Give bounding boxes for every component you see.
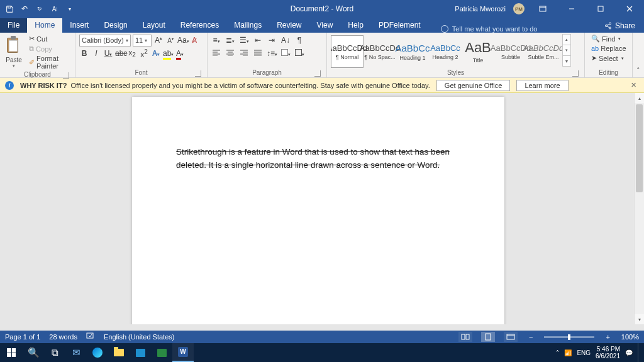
clock[interactable]: 5:46 PM 6/6/2021 — [596, 346, 620, 359]
file-explorer-icon[interactable] — [108, 343, 130, 362]
find-button[interactable]: 🔍Find▾ — [589, 34, 629, 43]
collapse-ribbon-icon[interactable]: ˄ — [633, 33, 644, 77]
read-mode-icon[interactable] — [458, 332, 472, 342]
touch-mode-icon[interactable]: A) — [50, 4, 59, 13]
zoom-out-button[interactable]: − — [526, 333, 535, 341]
clear-formatting-icon[interactable]: A̷ — [189, 36, 199, 45]
format-painter-button[interactable]: ✐Format Painter — [26, 54, 71, 70]
paste-button[interactable]: Paste ▾ — [4, 34, 24, 69]
mail-app-icon[interactable]: ✉ — [65, 343, 87, 362]
spellcheck-icon[interactable] — [86, 332, 95, 341]
cut-button[interactable]: ✂Cut — [26, 34, 71, 43]
align-right-icon[interactable] — [239, 49, 249, 58]
align-center-icon[interactable] — [225, 49, 235, 58]
word-app-icon[interactable]: W — [172, 343, 194, 362]
shrink-font-icon[interactable]: A▾ — [165, 36, 175, 44]
tab-pdfelement[interactable]: PDFelement — [371, 18, 428, 33]
underline-button[interactable]: U▾ — [103, 49, 113, 58]
taskbar-search-icon[interactable]: 🔍 — [23, 343, 44, 362]
tab-help[interactable]: Help — [340, 18, 371, 33]
strikethrough-button[interactable]: abc — [115, 49, 125, 58]
change-case-icon[interactable]: Aa▾ — [177, 36, 187, 45]
scroll-down-icon[interactable]: ▾ — [635, 314, 644, 324]
grow-font-icon[interactable]: A▴ — [153, 36, 164, 45]
highlight-icon[interactable]: ab▾ — [163, 49, 173, 58]
print-layout-icon[interactable] — [481, 332, 495, 342]
font-name-select[interactable]: Calibri (Body)▾ — [79, 35, 131, 47]
tell-me-search[interactable]: Tell me what you want to do — [441, 25, 538, 33]
style---normal[interactable]: AaBbCcDd¶ Normal — [331, 35, 364, 68]
redo-icon[interactable]: ↻ — [35, 4, 44, 13]
style-heading-2[interactable]: AaBbCcHeading 2 — [429, 35, 462, 68]
style-subtitle[interactable]: AaBbCcDdSubtitle — [494, 35, 527, 68]
font-size-select[interactable]: 11▾ — [133, 35, 152, 47]
styles-launcher-icon[interactable] — [572, 70, 579, 77]
learn-more-button[interactable]: Learn more — [516, 80, 568, 91]
save-icon[interactable] — [5, 4, 14, 13]
document-text[interactable]: Strikethrough is a feature in Word that … — [176, 146, 460, 172]
tab-insert[interactable]: Insert — [62, 18, 96, 33]
font-color-icon[interactable]: A▾ — [175, 49, 185, 58]
italic-button[interactable]: I — [91, 49, 101, 58]
task-view-icon[interactable]: ⧉ — [44, 343, 65, 362]
avatar[interactable]: PM — [513, 3, 525, 14]
notifications-icon[interactable]: 💬 — [625, 349, 633, 356]
tray-expand-icon[interactable]: ˄ — [556, 349, 559, 356]
qat-customize-icon[interactable]: ▾ — [65, 4, 74, 13]
align-left-icon[interactable] — [211, 49, 221, 58]
language-indicator[interactable]: English (United States) — [104, 333, 175, 341]
text-effects-icon[interactable]: A▾ — [151, 49, 161, 58]
web-layout-icon[interactable] — [504, 332, 518, 342]
sort-icon[interactable]: A↓ — [280, 36, 291, 45]
zoom-slider[interactable] — [544, 336, 594, 338]
edge-icon[interactable] — [87, 343, 108, 362]
zoom-in-button[interactable]: + — [603, 333, 612, 341]
style-title[interactable]: AaBTitle — [462, 35, 494, 68]
superscript-button[interactable]: x2 — [139, 48, 149, 59]
user-name[interactable]: Patricia Mworozi — [455, 5, 506, 13]
scroll-up-icon[interactable]: ▴ — [635, 93, 644, 103]
tab-file[interactable]: File — [0, 18, 27, 33]
dismiss-warning-icon[interactable]: ✕ — [628, 81, 639, 89]
style-heading-1[interactable]: AaBbCcHeading 1 — [396, 35, 429, 68]
page[interactable]: Strikethrough is a feature in Word that … — [132, 97, 504, 324]
tab-view[interactable]: View — [309, 18, 341, 33]
tab-references[interactable]: References — [173, 18, 226, 33]
get-genuine-button[interactable]: Get genuine Office — [436, 80, 511, 91]
numbering-icon[interactable]: ≣▾ — [225, 36, 235, 45]
tab-mailings[interactable]: Mailings — [226, 18, 269, 33]
ribbon-display-options-icon[interactable] — [532, 0, 553, 18]
tab-review[interactable]: Review — [269, 18, 309, 33]
justify-icon[interactable] — [253, 49, 263, 58]
tray-language[interactable]: ENG — [577, 349, 591, 356]
vertical-scrollbar[interactable]: ▴ ▾ — [634, 93, 644, 324]
app-icon-1[interactable] — [151, 343, 172, 362]
zoom-level[interactable]: 100% — [621, 333, 639, 341]
tab-home[interactable]: Home — [27, 18, 62, 33]
multilevel-list-icon[interactable]: ☰▾ — [239, 36, 249, 45]
page-indicator[interactable]: Page 1 of 1 — [5, 333, 40, 341]
minimize-button[interactable] — [561, 0, 582, 18]
start-button[interactable] — [0, 343, 23, 362]
show-marks-icon[interactable]: ¶ — [294, 36, 304, 45]
paragraph-launcher-icon[interactable] — [314, 70, 321, 77]
select-button[interactable]: ➤Select▾ — [589, 53, 629, 63]
borders-icon[interactable]: ▾ — [294, 49, 304, 58]
replace-button[interactable]: abReplace — [589, 44, 629, 53]
copy-button[interactable]: ⧉Copy — [26, 44, 71, 53]
style-subtle-em---[interactable]: AaBbCcDdSubtle Em... — [527, 35, 560, 68]
tab-design[interactable]: Design — [96, 18, 135, 33]
clipboard-launcher-icon[interactable] — [63, 72, 69, 79]
undo-icon[interactable]: ↶ — [20, 4, 29, 13]
tab-layout[interactable]: Layout — [135, 18, 173, 33]
decrease-indent-icon[interactable]: ⇤ — [253, 36, 263, 45]
line-spacing-icon[interactable]: ↕≡▾ — [267, 49, 277, 58]
network-icon[interactable]: 📶 — [564, 349, 572, 356]
share-button[interactable]: Share — [596, 19, 644, 33]
bold-button[interactable]: B — [79, 49, 89, 58]
style-scroll[interactable]: ▴▾▼ — [562, 34, 571, 67]
scroll-thumb[interactable] — [636, 104, 643, 192]
subscript-button[interactable]: x2 — [127, 48, 137, 58]
show-desktop-button[interactable] — [638, 343, 641, 362]
font-launcher-icon[interactable] — [195, 70, 201, 77]
